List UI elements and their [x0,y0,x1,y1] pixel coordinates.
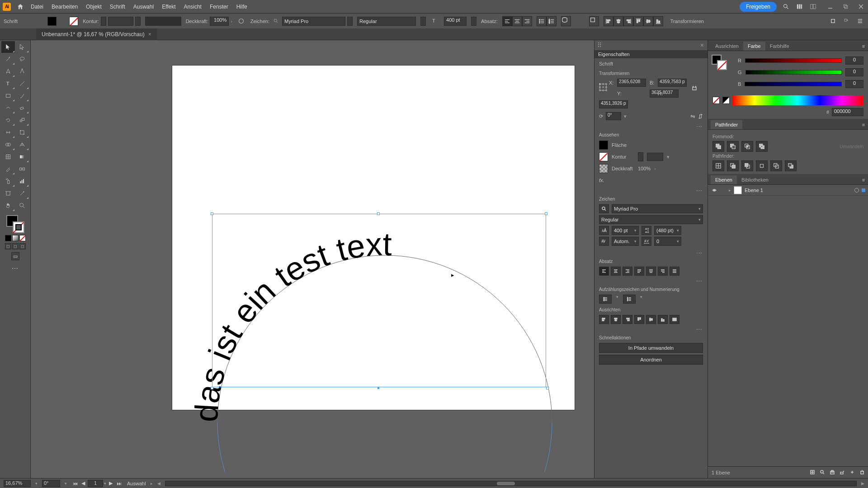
last-page-icon[interactable]: ⏭ [115,480,123,487]
shaper-tool[interactable] [1,102,15,114]
bbox-handle[interactable] [211,387,213,389]
align-bottom-obj[interactable] [658,315,668,324]
font-style-input[interactable]: Regular [357,17,416,26]
symbol-sprayer-tool[interactable] [1,175,15,187]
layer-row[interactable]: ▸ Ebene 1 [708,185,868,196]
para-align-left[interactable] [599,267,609,276]
stroke-weight-input[interactable] [108,17,133,26]
tab-bibliotheken[interactable]: Bibliotheken [737,175,773,184]
spectrum-none[interactable] [712,97,720,104]
distribute-h-obj[interactable] [670,315,679,324]
pf-crop[interactable] [756,160,768,171]
arrange-panel-icon[interactable] [842,17,851,26]
font-size-panel[interactable]: 400 pt▾ [612,226,639,235]
minimize-icon[interactable] [826,2,835,11]
search-icon[interactable] [781,2,790,11]
direct-selection-tool[interactable] [15,41,29,53]
stroke-swatch[interactable] [69,17,78,26]
pf-unite[interactable] [712,141,724,152]
color-stroke-swatch[interactable] [717,60,727,70]
brush-field[interactable] [145,17,181,26]
align-to-icon[interactable] [589,16,599,26]
font-family-input[interactable]: Myriad Pro [282,17,345,26]
home-icon[interactable] [15,2,25,12]
layer-find-icon[interactable] [820,470,825,475]
para-align-center[interactable] [611,267,621,276]
align-right-obj[interactable] [623,315,632,324]
paintbrush-tool[interactable] [15,90,29,102]
rotation-input[interactable]: 0° [42,480,60,487]
selection-tool[interactable] [1,41,15,53]
bbox-handle[interactable] [545,212,547,215]
align-hcenter-obj[interactable] [611,315,621,324]
opacity-value-panel[interactable]: 100% [638,166,651,171]
bbox-handle[interactable] [546,387,549,389]
search-font-icon[interactable] [271,17,280,26]
draw-behind-icon[interactable]: ◻ [12,243,19,249]
tool-dropdown[interactable]: ▸ [151,481,153,486]
draw-normal-icon[interactable]: ◻ [5,243,11,249]
pf-divide[interactable] [712,160,724,171]
b-value[interactable]: 0 [845,80,863,88]
stroke-dropdown[interactable] [135,17,141,26]
close-icon[interactable] [856,2,865,11]
column-graph-tool[interactable] [15,175,29,187]
shape-builder-tool[interactable] [1,139,15,150]
menu-bearbeiten[interactable]: Bearbeiten [52,4,78,10]
bullet-list-button[interactable] [537,16,547,26]
zoom-input[interactable]: 16,67% [4,480,31,487]
arrange-button[interactable]: Anordnen [599,355,703,365]
font-family-dropdown[interactable] [347,17,353,26]
font-style-panel[interactable]: Regular▾ [599,215,703,224]
hand-tool[interactable] [1,200,15,211]
pen-tool[interactable] [1,66,15,77]
halign-right-button[interactable] [623,16,633,26]
tab-farbe[interactable]: Farbe [743,42,765,51]
menu-ansicht[interactable]: Ansicht [184,4,202,10]
canvas-area[interactable]: das ist ein test text ▸ [31,40,594,478]
font-style-dropdown[interactable] [420,17,426,26]
b-slider[interactable] [745,82,842,86]
eyedropper-tool[interactable] [1,163,15,175]
fill-color-swatch[interactable] [599,141,608,150]
align-center-button[interactable] [512,16,522,26]
menu-fenster[interactable]: Fenster [210,4,228,10]
panel-collapse-icon[interactable]: ⠿ [597,42,603,49]
halign-left-button[interactable] [604,16,613,26]
slice-tool[interactable] [15,188,29,199]
kerning-panel[interactable]: Autom.▾ [612,237,639,246]
stroke-weight-input-panel[interactable] [647,153,663,161]
h-input[interactable]: 4351,3926 p [599,100,628,108]
screen-mode-icon[interactable]: ▭ [11,252,19,260]
color-mode-none[interactable] [19,235,26,241]
zoom-tool[interactable] [15,200,29,211]
document-tab[interactable]: Unbenannt-1* @ 16,67 % (RGB/Vorschau) × [36,28,157,40]
valign-top-button[interactable] [633,16,643,26]
first-page-icon[interactable]: ⏮ [71,480,79,487]
document-tab-close-icon[interactable]: × [148,31,151,38]
para-align-right[interactable] [623,267,632,276]
fill-stroke-indicator[interactable] [6,215,24,233]
stroke-weight-dropdown[interactable]: ▾ [667,154,670,160]
share-button[interactable]: Freigeben [740,2,777,12]
bbox-handle[interactable] [211,212,213,215]
rotate-input[interactable]: 0° [606,112,621,120]
rectangle-tool[interactable] [1,90,15,102]
reference-point-icon[interactable] [599,80,607,97]
free-transform-tool[interactable] [15,127,29,138]
para-justify-right[interactable] [658,267,668,276]
r-slider[interactable] [745,58,842,63]
maximize-icon[interactable] [841,2,850,11]
gradient-tool[interactable] [15,151,29,163]
bullets-dropdown[interactable]: ▾ [616,295,618,304]
options-menu-icon[interactable] [855,17,864,26]
rotate-dropdown[interactable]: ▾ [624,113,627,119]
curvature-tool[interactable] [15,66,29,77]
valign-bottom-button[interactable] [653,16,663,26]
arrange-icon[interactable] [808,2,817,11]
pathfinder-menu-icon[interactable]: ≡ [859,120,868,129]
pf-outline[interactable] [770,160,782,171]
layer-name[interactable]: Ebene 1 [745,188,852,193]
magic-wand-tool[interactable] [1,53,15,65]
layer-new-icon[interactable] [850,470,854,475]
